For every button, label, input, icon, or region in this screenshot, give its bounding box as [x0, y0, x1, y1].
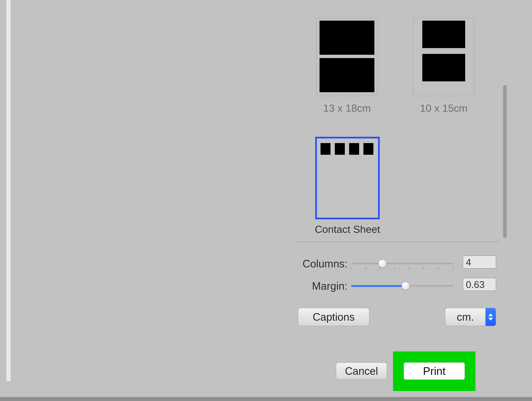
- columns-slider-track[interactable]: [351, 263, 453, 265]
- layout-option-10x15[interactable]: [413, 18, 475, 96]
- unit-popup-value: cm.: [457, 311, 474, 323]
- captions-button[interactable]: Captions: [298, 308, 369, 326]
- stepper-arrows-icon: [485, 308, 496, 326]
- layout-option-contact-sheet[interactable]: [315, 137, 380, 219]
- layout-preview-rect: [321, 143, 330, 155]
- columns-value-field[interactable]: 4: [463, 256, 496, 269]
- separator: [294, 242, 500, 242]
- layout-preview-rect: [335, 143, 345, 155]
- layout-preview-rect: [320, 58, 374, 92]
- margin-label: Margin:: [294, 280, 348, 292]
- columns-label: Columns:: [294, 258, 348, 270]
- layout-preview-rect: [422, 21, 465, 48]
- margin-value-field[interactable]: 0.63: [463, 278, 496, 291]
- margin-slider-thumb[interactable]: [402, 282, 410, 290]
- unit-popup[interactable]: cm.: [445, 308, 496, 326]
- window-lower-edge: [0, 397, 532, 401]
- svg-marker-1: [488, 318, 493, 321]
- columns-slider-ticks: [351, 267, 453, 270]
- layout-preview-rect: [422, 54, 465, 81]
- margin-slider-fill: [351, 285, 404, 287]
- layout-option-label: Contact Sheet: [308, 223, 387, 235]
- cancel-button[interactable]: Cancel: [336, 362, 387, 380]
- layout-option-13x18[interactable]: [316, 18, 378, 96]
- svg-marker-0: [488, 313, 493, 316]
- layout-preview-rect: [363, 143, 374, 155]
- layout-option-label: 10 x 15cm: [413, 102, 475, 114]
- scrollbar-layout-options[interactable]: [503, 85, 507, 238]
- dialog-left-edge: [6, 0, 11, 381]
- layout-preview-rect: [320, 21, 374, 55]
- columns-slider-thumb[interactable]: [378, 259, 386, 268]
- layout-option-label: 13 x 18cm: [316, 102, 378, 114]
- print-button[interactable]: Print: [404, 362, 465, 380]
- layout-preview-rect: [349, 143, 359, 155]
